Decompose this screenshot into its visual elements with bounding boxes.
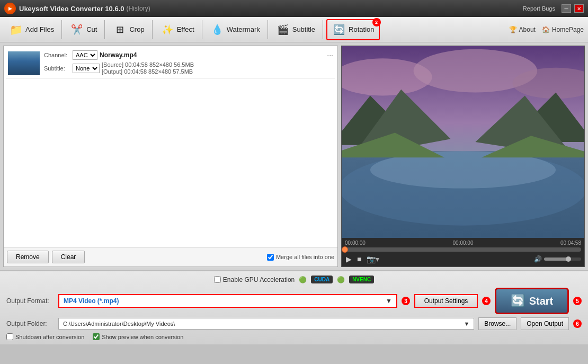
rotation-label: Rotation	[349, 25, 374, 33]
about-label: About	[519, 26, 536, 33]
output-folder-label: Output Folder:	[6, 320, 54, 327]
subtitle-button[interactable]: 🎬 Subtitle	[271, 20, 319, 39]
show-preview-option: Show preview when conversion	[93, 333, 183, 340]
cuda-badge: CUDA	[311, 276, 333, 283]
thumb-image	[8, 51, 40, 75]
watermark-button[interactable]: 💧 Watermark	[206, 20, 264, 39]
start-button[interactable]: 🔄 Start	[495, 288, 569, 314]
title-bar: Ukeysoft Video Converter 10.6.0 (History…	[0, 0, 588, 17]
browse-button[interactable]: Browse...	[478, 317, 516, 330]
settings-badge: 4	[482, 297, 491, 305]
crop-button[interactable]: ⊞ Crop	[108, 20, 148, 39]
title-bar-controls: Report Bugs ─ ✕	[523, 4, 584, 13]
cut-button[interactable]: ✂️ Cut	[65, 20, 101, 39]
app-logo	[4, 3, 16, 14]
clear-button[interactable]: Clear	[52, 251, 85, 263]
gpu-label: Enable GPU Acceleration	[223, 276, 295, 283]
output-format-row: Output Format: MP4 Video (*.mp4) ▼ 3 Out…	[6, 288, 582, 314]
crop-label: Crop	[129, 25, 144, 33]
stop-button[interactable]: ■	[356, 254, 362, 264]
shutdown-checkbox[interactable]	[6, 333, 13, 340]
merge-checkbox-area: Merge all files into one	[267, 254, 334, 261]
show-preview-checkbox[interactable]	[93, 333, 100, 340]
playback-controls: ▶ ■ 📷▾ 🔊	[345, 254, 581, 264]
separator-5	[268, 20, 268, 39]
subtitle-select[interactable]: None	[73, 64, 100, 73]
source-info: [Source] 00:04:58 852×480 56.5MB	[102, 61, 194, 68]
time-start: 00:00:00	[345, 240, 366, 246]
separator-3	[152, 20, 153, 39]
preview-controls: 00:00:00 00:00:00 00:04:58 ▶ ■ 📷▾ 🔊	[342, 238, 584, 267]
time-row: 00:00:00 00:00:00 00:04:58	[345, 240, 581, 246]
shutdown-option: Shutdown after conversion	[6, 333, 84, 340]
output-settings-button[interactable]: Output Settings	[414, 294, 478, 308]
volume-slider[interactable]	[544, 258, 581, 261]
add-files-button[interactable]: 📁 Add Files	[4, 20, 58, 39]
main-area: Channel: AAC Norway.mp4 ··· Subtitle: No…	[0, 42, 588, 270]
output-format-value: MP4 Video (*.mp4)	[64, 297, 119, 305]
output-info: [Output] 00:04:58 852×480 57.5MB	[102, 68, 194, 75]
history-label: (History)	[126, 5, 150, 12]
channel-select[interactable]: AAC	[73, 50, 97, 60]
start-label: Start	[529, 295, 554, 307]
file-options[interactable]: ···	[327, 51, 333, 59]
separator-1	[61, 20, 62, 39]
meta-row: Subtitle: None [Source] 00:04:58 852×480…	[44, 61, 333, 75]
report-bugs-link[interactable]: Report Bugs	[523, 5, 555, 12]
app-title: Ukeysoft Video Converter 10.6.0	[19, 5, 124, 13]
nvidia-logo-2: 🟢	[337, 276, 345, 283]
rotation-icon: 🔄	[332, 22, 346, 37]
file-list: Channel: AAC Norway.mp4 ··· Subtitle: No…	[4, 46, 337, 247]
time-end: 00:04:58	[560, 240, 581, 246]
subtitle-label: Subtitle	[292, 25, 315, 33]
effect-button[interactable]: ✨ Effect	[156, 20, 199, 39]
progress-thumb	[342, 246, 348, 253]
about-icon: 🏆	[509, 26, 517, 33]
open-output-button[interactable]: Open Output	[521, 317, 569, 330]
toolbar: 📁 Add Files ✂️ Cut ⊞ Crop ✨ Effect 💧 Wat…	[0, 17, 588, 42]
close-button[interactable]: ✕	[574, 4, 584, 13]
add-files-icon: 📁	[8, 22, 23, 37]
output-folder-select[interactable]: C:\Users\Administrator\Desktop\My Videos…	[58, 318, 474, 330]
preview-progress-bar[interactable]	[345, 247, 581, 252]
file-item: Channel: AAC Norway.mp4 ··· Subtitle: No…	[6, 48, 335, 79]
separator-4	[202, 20, 202, 39]
time-mid: 00:00:00	[453, 240, 474, 246]
merge-checkbox[interactable]	[267, 254, 274, 261]
subtitle-icon: 🎬	[275, 22, 290, 37]
separator-6	[323, 20, 323, 39]
folder-dropdown-arrow: ▼	[464, 321, 469, 327]
watermark-label: Watermark	[227, 25, 260, 33]
volume-thumb	[566, 256, 571, 262]
preview-panel: 00:00:00 00:00:00 00:04:58 ▶ ■ 📷▾ 🔊	[341, 46, 585, 267]
open-output-badge: 6	[573, 319, 582, 328]
file-panel-bottom: Remove Clear Merge all files into one	[4, 247, 337, 267]
file-panel: Channel: AAC Norway.mp4 ··· Subtitle: No…	[3, 46, 338, 267]
subtitle-label: Subtitle:	[44, 65, 70, 72]
nvidia-logo-1: 🟢	[299, 276, 307, 283]
output-format-select[interactable]: MP4 Video (*.mp4) ▼	[58, 294, 397, 308]
dropdown-arrow: ▼	[386, 297, 392, 305]
file-info: Channel: AAC Norway.mp4 ··· Subtitle: No…	[44, 50, 333, 76]
output-format-label: Output Format:	[6, 297, 54, 305]
home-icon: 🏠	[542, 26, 550, 33]
play-button[interactable]: ▶	[345, 254, 353, 264]
options-row: Shutdown after conversion Show preview w…	[6, 333, 582, 340]
output-folder-row: Output Folder: C:\Users\Administrator\De…	[6, 317, 582, 330]
remove-button[interactable]: Remove	[7, 251, 49, 263]
snapshot-button[interactable]: 📷▾	[366, 254, 380, 264]
homepage-label: HomePage	[552, 26, 584, 33]
homepage-button[interactable]: 🏠 HomePage	[542, 26, 584, 33]
gpu-checkbox[interactable]	[214, 276, 221, 283]
folder-path: C:\Users\Administrator\Desktop\My Videos…	[63, 321, 175, 327]
rotation-badge: 2	[372, 18, 381, 26]
minimize-button[interactable]: ─	[562, 4, 571, 13]
format-badge: 3	[402, 297, 410, 305]
separator-2	[104, 20, 105, 39]
channel-row: Channel: AAC Norway.mp4 ···	[44, 50, 333, 60]
rotation-button[interactable]: 🔄 Rotation 2	[326, 19, 379, 40]
file-name: Norway.mp4	[100, 51, 325, 59]
merge-label: Merge all files into one	[276, 254, 334, 260]
effect-icon: ✨	[160, 22, 175, 37]
about-button[interactable]: 🏆 About	[509, 26, 536, 33]
